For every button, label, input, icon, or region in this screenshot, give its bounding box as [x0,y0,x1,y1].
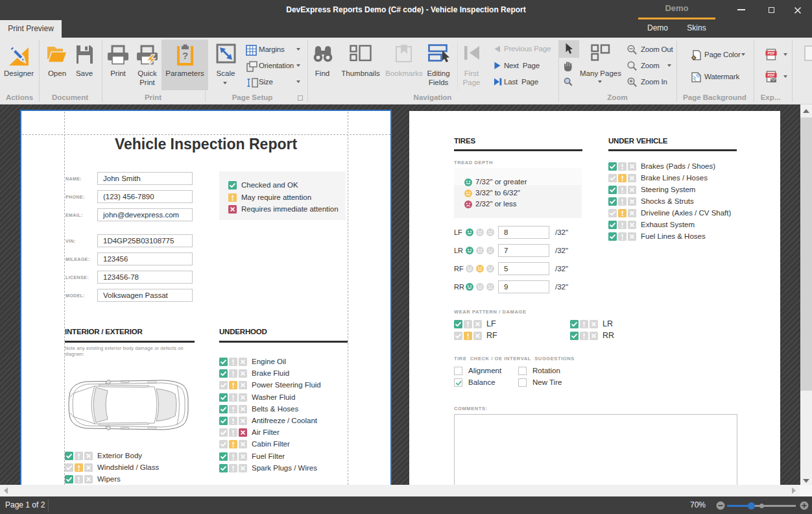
svg-text:?: ? [182,50,188,61]
svg-text:PDF: PDF [767,73,775,77]
svg-text:PDF: PDF [767,51,775,55]
